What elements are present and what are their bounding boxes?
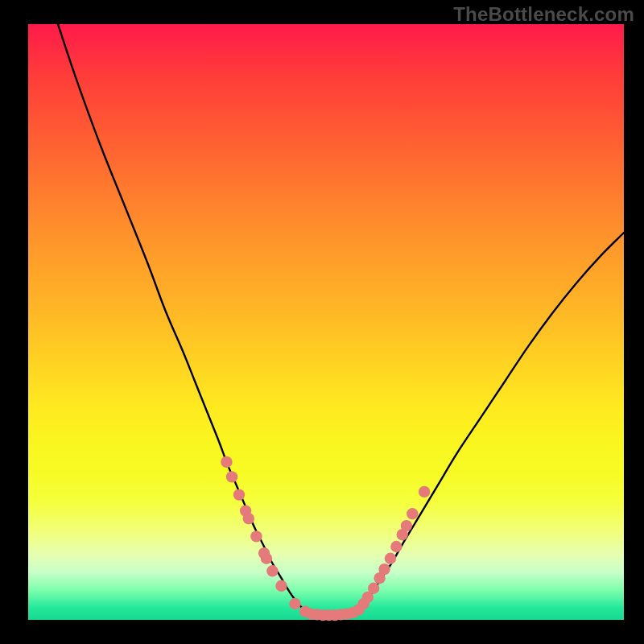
chart-svg: [28, 24, 624, 620]
curve-group: [58, 24, 624, 616]
data-point: [378, 564, 390, 575]
data-point: [261, 553, 272, 564]
data-point: [289, 598, 300, 609]
bottleneck-curve: [58, 24, 624, 616]
chart-stage: TheBottleneck.com: [0, 0, 644, 644]
data-point: [407, 508, 418, 519]
data-point: [250, 530, 262, 542]
data-point: [401, 520, 412, 531]
data-point: [275, 580, 287, 592]
data-point: [221, 456, 232, 468]
data-point: [233, 489, 245, 500]
watermark-text: TheBottleneck.com: [453, 3, 634, 26]
data-point: [390, 541, 402, 552]
data-point: [226, 471, 237, 482]
dot-group: [221, 456, 430, 621]
data-point: [385, 553, 396, 564]
data-point: [368, 583, 379, 594]
data-point: [419, 486, 430, 497]
plot-area: [28, 24, 624, 620]
data-point: [243, 513, 254, 524]
data-point: [266, 565, 278, 576]
